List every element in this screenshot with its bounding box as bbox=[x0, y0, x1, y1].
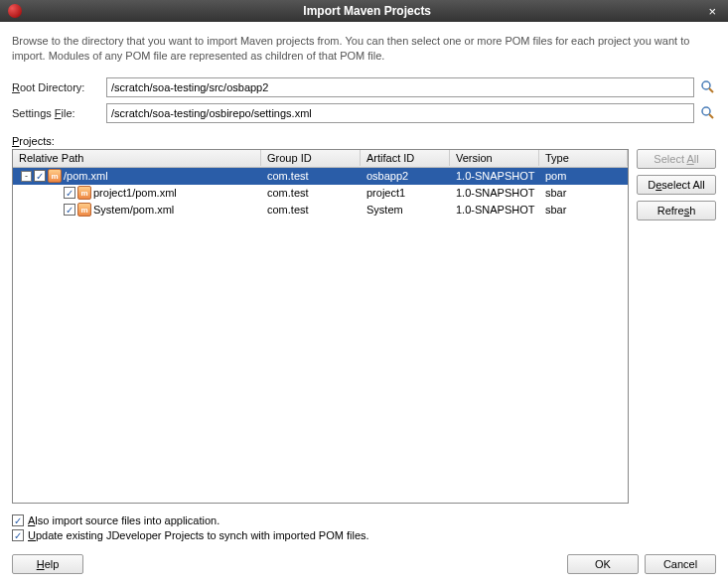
projects-tree[interactable]: Relative Path Group ID Artifact ID Versi… bbox=[12, 149, 629, 504]
deselect-all-button[interactable]: Deselect All bbox=[637, 175, 716, 195]
close-icon[interactable]: × bbox=[704, 4, 720, 19]
help-button[interactable]: Help bbox=[12, 554, 83, 574]
row-group: com.test bbox=[261, 186, 361, 200]
row-checkbox[interactable]: ✓ bbox=[34, 170, 46, 182]
table-row[interactable]: -✓m/pom.xmlcom.testosbapp21.0-SNAPSHOTpo… bbox=[13, 168, 628, 185]
svg-line-3 bbox=[709, 114, 713, 118]
cancel-button[interactable]: Cancel bbox=[645, 554, 716, 574]
browse-settings-file-icon[interactable] bbox=[700, 105, 716, 121]
app-icon bbox=[8, 4, 22, 18]
titlebar: Import Maven Projects × bbox=[0, 0, 728, 22]
col-relative-path[interactable]: Relative Path bbox=[13, 150, 261, 166]
tree-expander-icon[interactable]: - bbox=[21, 171, 32, 182]
update-existing-label: Update existing JDeveloper Projects to s… bbox=[28, 529, 369, 541]
row-group: com.test bbox=[261, 203, 361, 217]
refresh-button[interactable]: Refresh bbox=[637, 201, 716, 220]
col-version[interactable]: Version bbox=[450, 150, 539, 166]
row-artifact: project1 bbox=[361, 186, 450, 200]
ok-button[interactable]: OK bbox=[567, 554, 639, 574]
window-title: Import Maven Projects bbox=[30, 4, 704, 18]
side-buttons: Select All Deselect All Refresh bbox=[637, 149, 716, 504]
row-artifact: System bbox=[361, 203, 450, 217]
pom-file-icon: m bbox=[77, 186, 91, 200]
settings-file-input[interactable] bbox=[106, 103, 694, 123]
root-directory-label: Root Directory: bbox=[12, 81, 106, 93]
svg-line-1 bbox=[709, 88, 713, 92]
svg-point-0 bbox=[702, 81, 710, 89]
update-existing-checkbox[interactable]: ✓ bbox=[12, 529, 24, 541]
dialog-description: Browse to the directory that you want to… bbox=[12, 34, 716, 64]
root-directory-input[interactable] bbox=[106, 77, 694, 97]
row-checkbox[interactable]: ✓ bbox=[64, 187, 75, 199]
col-artifact-id[interactable]: Artifact ID bbox=[361, 150, 450, 166]
col-type[interactable]: Type bbox=[539, 150, 628, 166]
also-import-checkbox[interactable]: ✓ bbox=[12, 514, 24, 526]
also-import-option: ✓ Also import source files into applicat… bbox=[12, 514, 716, 526]
settings-file-row: Settings File: bbox=[12, 103, 716, 123]
dialog-body: Browse to the directory that you want to… bbox=[0, 22, 728, 586]
browse-root-directory-icon[interactable] bbox=[700, 79, 716, 95]
row-path: project1/pom.xml bbox=[93, 187, 177, 199]
settings-file-label: Settings File: bbox=[12, 107, 106, 119]
options: ✓ Also import source files into applicat… bbox=[12, 512, 716, 544]
col-group-id[interactable]: Group ID bbox=[261, 150, 361, 166]
row-type: sbar bbox=[539, 203, 628, 217]
row-artifact: osbapp2 bbox=[361, 169, 450, 183]
row-path: System/pom.xml bbox=[93, 204, 174, 216]
root-directory-row: Root Directory: bbox=[12, 77, 716, 97]
row-version: 1.0-SNAPSHOT bbox=[450, 186, 539, 200]
row-version: 1.0-SNAPSHOT bbox=[450, 169, 539, 183]
row-version: 1.0-SNAPSHOT bbox=[450, 203, 539, 217]
projects-label: Projects: bbox=[12, 135, 716, 147]
pom-file-icon: m bbox=[48, 169, 62, 183]
svg-point-2 bbox=[702, 107, 710, 115]
select-all-button[interactable]: Select All bbox=[637, 149, 716, 169]
row-path: /pom.xml bbox=[64, 170, 108, 182]
row-group: com.test bbox=[261, 169, 361, 183]
update-existing-option: ✓ Update existing JDeveloper Projects to… bbox=[12, 529, 716, 541]
row-type: sbar bbox=[539, 186, 628, 200]
main-area: Relative Path Group ID Artifact ID Versi… bbox=[12, 149, 716, 504]
row-checkbox[interactable]: ✓ bbox=[64, 204, 75, 216]
also-import-label: Also import source files into applicatio… bbox=[28, 514, 219, 526]
table-row[interactable]: ✓mSystem/pom.xmlcom.testSystem1.0-SNAPSH… bbox=[13, 202, 628, 219]
footer: Help OK Cancel bbox=[12, 554, 716, 574]
row-type: pom bbox=[539, 169, 628, 183]
tree-header: Relative Path Group ID Artifact ID Versi… bbox=[13, 150, 628, 168]
pom-file-icon: m bbox=[77, 203, 91, 217]
table-row[interactable]: ✓mproject1/pom.xmlcom.testproject11.0-SN… bbox=[13, 185, 628, 202]
